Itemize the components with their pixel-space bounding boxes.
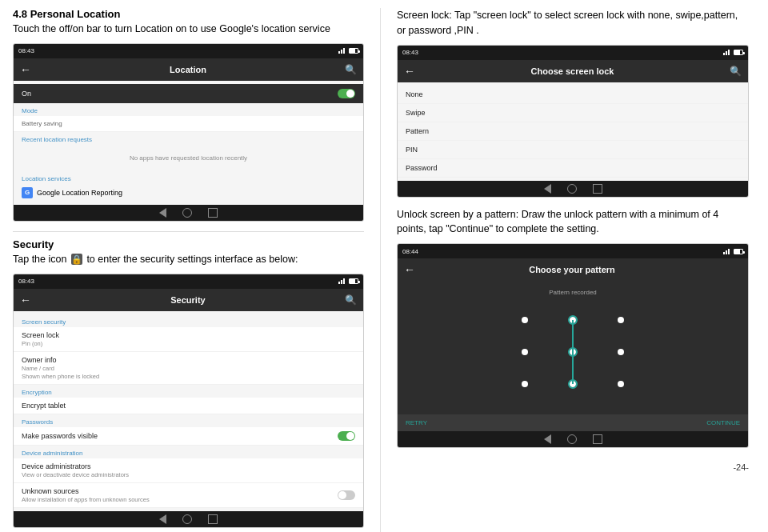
location-status-bar: 08:43 bbox=[14, 44, 363, 58]
search-icon[interactable]: 🔍 bbox=[345, 64, 357, 75]
section-text-location: Touch the off/on bar to turn Location on… bbox=[13, 22, 364, 37]
security-header: ← Security 🔍 bbox=[14, 289, 363, 311]
passwords-row[interactable]: Make passwords visible bbox=[14, 427, 363, 446]
encrypt-label: Encrypt tablet bbox=[22, 402, 66, 410]
back-icon[interactable]: ← bbox=[20, 63, 31, 76]
location-header-title: Location bbox=[170, 65, 206, 74]
pattern-content: Pattern recorded bbox=[398, 281, 748, 414]
location-on-label: On bbox=[22, 90, 31, 98]
lock-search-icon[interactable]: 🔍 bbox=[730, 66, 742, 77]
security-screenshot: 08:43 ← Security � bbox=[13, 274, 364, 528]
sec-home-nav-btn[interactable] bbox=[182, 514, 192, 524]
sec-battery-icon bbox=[349, 278, 358, 284]
pattern-grid-svg bbox=[501, 304, 645, 400]
lock-option-pin[interactable]: PIN bbox=[398, 141, 748, 159]
lock-signal-icon bbox=[723, 50, 731, 55]
sec-back-nav-btn[interactable] bbox=[159, 514, 166, 524]
pattern-status-time: 08:44 bbox=[402, 248, 418, 255]
encrypt-row[interactable]: Encrypt tablet bbox=[14, 398, 363, 414]
tap-icon-text2: to enter the security settings interface… bbox=[86, 254, 298, 265]
back-nav-btn[interactable] bbox=[159, 208, 166, 218]
lock-status-time: 08:43 bbox=[402, 49, 418, 56]
section-unlock-pattern: Unlock screen by a pattern: Draw the unl… bbox=[397, 207, 749, 449]
unknown-sources-toggle[interactable] bbox=[338, 490, 355, 500]
lock-option-password[interactable]: Password bbox=[398, 159, 748, 178]
passwords-label: Make passwords visible bbox=[22, 432, 98, 440]
pattern-back-icon[interactable]: ← bbox=[404, 263, 415, 276]
security-status-time: 08:43 bbox=[18, 278, 34, 285]
location-bottom-bar bbox=[14, 205, 363, 221]
lock-status-icons bbox=[723, 50, 743, 55]
home-nav-btn[interactable] bbox=[182, 208, 192, 218]
unknown-sources-label: Unknown sources bbox=[22, 487, 150, 495]
owner-info-row[interactable]: Owner info Name / card Shown when phone … bbox=[14, 352, 363, 385]
dot-1-1 bbox=[522, 317, 528, 323]
recent-section-label: Recent location requests bbox=[14, 132, 363, 145]
retry-button[interactable]: RETRY bbox=[406, 419, 427, 426]
section-security: Security Tap the icon to enter the secur… bbox=[13, 238, 364, 528]
pattern-battery-icon bbox=[734, 249, 743, 254]
sec-search-icon[interactable]: 🔍 bbox=[345, 294, 357, 306]
screen-lock-screenshot: 08:43 ← Choose screen lock bbox=[397, 45, 749, 198]
pattern-signal-icon bbox=[723, 249, 731, 254]
device-admin-label: Device administrators bbox=[22, 462, 129, 470]
security-header-title: Security bbox=[170, 295, 205, 305]
lock-status-bar: 08:43 bbox=[398, 46, 748, 60]
security-bottom-bar bbox=[14, 511, 363, 527]
lock-option-swipe[interactable]: Swipe bbox=[398, 104, 748, 122]
section-heading-location: 4.8 Personal Location bbox=[13, 8, 364, 20]
recents-nav-btn[interactable] bbox=[208, 208, 218, 218]
sec-recents-nav-btn[interactable] bbox=[208, 514, 218, 524]
sec-back-icon[interactable]: ← bbox=[20, 294, 31, 306]
lock-option-pattern[interactable]: Pattern bbox=[398, 122, 748, 141]
pattern-bottom-bar bbox=[398, 431, 748, 447]
section-text-security: Tap the icon to enter the security setti… bbox=[13, 252, 364, 267]
pattern-actions: RETRY CONTINUE bbox=[398, 414, 748, 431]
owner-info-sub2: Shown when phone is locked bbox=[22, 373, 99, 380]
mode-value: Battery saving bbox=[22, 120, 62, 127]
pattern-header: ← Choose your pattern bbox=[398, 258, 748, 281]
continue-button[interactable]: CONTINUE bbox=[706, 419, 740, 426]
lock-battery-icon bbox=[734, 50, 743, 55]
location-content: On Mode Battery saving Recent location r… bbox=[14, 81, 363, 205]
location-status-icons bbox=[338, 48, 358, 54]
location-on-row: On bbox=[14, 84, 363, 103]
security-status-icons bbox=[338, 278, 358, 284]
lock-bottom-bar bbox=[398, 181, 748, 197]
unknown-sources-row[interactable]: Unknown sources Allow installation of ap… bbox=[14, 483, 363, 508]
loc-service-item: Google Location Reporting bbox=[14, 184, 363, 202]
lock-back-nav-btn[interactable] bbox=[544, 184, 551, 194]
location-toggle[interactable] bbox=[338, 89, 355, 98]
pattern-back-nav-btn[interactable] bbox=[544, 434, 551, 444]
pattern-home-nav-btn[interactable] bbox=[567, 434, 577, 444]
screen-security-label: Screen security bbox=[14, 314, 363, 327]
owner-info-sub1: Name / card bbox=[22, 365, 99, 372]
pattern-recents-nav-btn[interactable] bbox=[593, 434, 602, 444]
security-status-bar: 08:43 bbox=[14, 274, 363, 289]
pattern-recorded-msg: Pattern recorded bbox=[549, 289, 597, 296]
lock-option-none[interactable]: None bbox=[398, 86, 748, 104]
section-divider bbox=[13, 231, 364, 232]
pattern-status-bar: 08:44 bbox=[398, 244, 748, 258]
lock-home-nav-btn[interactable] bbox=[567, 184, 577, 194]
dot-3-1 bbox=[522, 381, 528, 387]
loc-services-label: Location services bbox=[14, 171, 363, 184]
section-text-pattern: Unlock screen by a pattern: Draw the unl… bbox=[397, 207, 749, 238]
pattern-header-title: Choose your pattern bbox=[529, 265, 615, 274]
mode-row: Battery saving bbox=[14, 116, 363, 132]
passwords-toggle[interactable] bbox=[338, 431, 355, 441]
device-admin-sub: View or deactivate device administrators bbox=[22, 471, 129, 478]
lock-header-title: Choose screen lock bbox=[531, 66, 614, 76]
lock-back-icon[interactable]: ← bbox=[404, 65, 415, 78]
lock-recents-nav-btn[interactable] bbox=[593, 184, 602, 194]
page-container: 4.8 Personal Location Touch the off/on b… bbox=[0, 0, 768, 532]
screen-lock-row[interactable]: Screen lock Pin (on) bbox=[14, 327, 363, 352]
section-heading-security: Security bbox=[13, 238, 364, 250]
dot-3-3 bbox=[618, 381, 624, 387]
security-content: Screen security Screen lock Pin (on) Own… bbox=[14, 311, 363, 511]
dot-2-1 bbox=[522, 349, 528, 355]
device-admin-row[interactable]: Device administrators View or deactivate… bbox=[14, 458, 363, 483]
pattern-status-icons bbox=[723, 249, 743, 254]
signal-icon bbox=[338, 48, 346, 54]
dot-1-3 bbox=[618, 317, 624, 323]
